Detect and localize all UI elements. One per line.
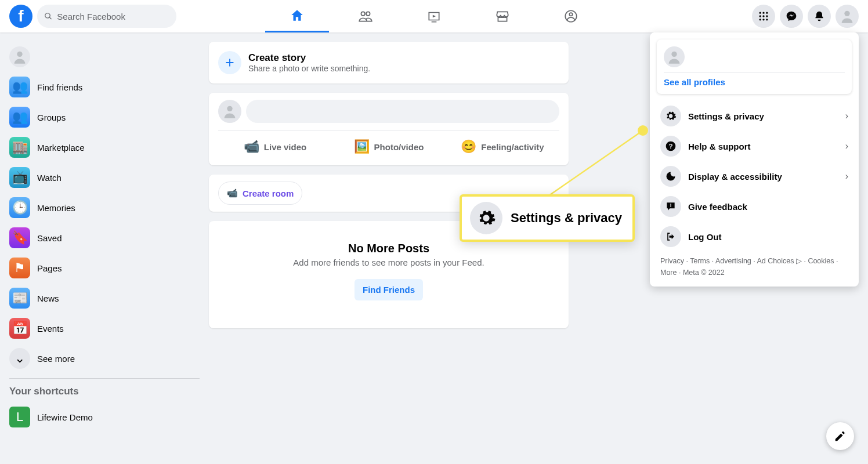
sidebar-item-pages[interactable]: ⚑Pages xyxy=(5,253,204,283)
see-all-profiles-link[interactable]: See all profiles xyxy=(664,77,845,87)
shortcut-item[interactable]: L Lifewire Demo xyxy=(5,402,204,432)
bell-icon xyxy=(813,10,825,22)
nav-marketplace[interactable] xyxy=(471,0,534,32)
top-bar: f xyxy=(0,0,868,32)
sidebar-profile-link[interactable] xyxy=(5,42,204,72)
nav-watch[interactable] xyxy=(402,0,466,32)
video-icon: 📹 xyxy=(244,139,259,154)
find-friends-button[interactable]: Find Friends xyxy=(355,279,423,300)
rail-label: Events xyxy=(37,324,64,334)
footer-advertising[interactable]: Advertising xyxy=(715,257,751,265)
rail-label: Find friends xyxy=(37,82,82,92)
annotation-label: Settings & privacy xyxy=(511,211,622,226)
sidebar-item-saved[interactable]: 🔖Saved xyxy=(5,223,204,253)
footer-meta: Meta © 2022 xyxy=(683,269,725,277)
rail-icon: ⚑ xyxy=(9,258,30,278)
feedback-icon: ! xyxy=(660,196,681,217)
svg-point-8 xyxy=(760,19,761,20)
avatar-icon xyxy=(9,46,30,67)
moon-icon xyxy=(660,166,681,187)
footer-privacy[interactable]: Privacy xyxy=(660,257,684,265)
dropdown-display-accessibility[interactable]: Display & accessibility› xyxy=(657,161,852,191)
dropdown-footer: Privacy · Terms · Advertising · Ad Choic… xyxy=(657,252,852,280)
footer-more[interactable]: More xyxy=(660,269,677,277)
footer-ad-choices[interactable]: Ad Choices xyxy=(757,257,794,265)
rail-icon: 👥 xyxy=(9,77,30,97)
account-avatar-button[interactable] xyxy=(836,5,859,28)
friends-icon xyxy=(358,9,373,24)
composer-input[interactable] xyxy=(246,100,559,123)
account-dropdown: See all profiles Settings & privacy›?Hel… xyxy=(650,32,859,287)
dropdown-profile-card[interactable]: See all profiles xyxy=(657,39,852,94)
gear-icon xyxy=(470,202,502,234)
footer-terms[interactable]: Terms xyxy=(690,257,710,265)
dropdown-item-label: Settings & privacy xyxy=(688,111,845,121)
dropdown-item-label: Give feedback xyxy=(688,202,848,212)
dropdown-give-feedback[interactable]: !Give feedback xyxy=(657,191,852,222)
sidebar-item-marketplace[interactable]: 🏬Marketplace xyxy=(5,132,204,162)
no-more-subtitle: Add more friends to see more posts in yo… xyxy=(223,258,555,267)
svg-point-2 xyxy=(760,12,761,14)
rail-icon: 🕒 xyxy=(9,197,30,218)
rail-label: Memories xyxy=(37,203,75,213)
chevron-right-icon: › xyxy=(845,111,848,121)
svg-point-9 xyxy=(762,19,764,20)
rail-label: Groups xyxy=(37,113,66,122)
menu-grid-button[interactable] xyxy=(752,5,775,28)
rail-label: Marketplace xyxy=(37,143,85,153)
sidebar-divider xyxy=(9,378,200,379)
nav-home[interactable] xyxy=(265,0,329,32)
help-icon: ? xyxy=(660,136,681,157)
create-room-button[interactable]: 📹 Create room xyxy=(218,182,302,205)
sidebar-item-find-friends[interactable]: 👥Find friends xyxy=(5,72,204,102)
dropdown-avatar xyxy=(664,46,685,67)
sidebar-item-memories[interactable]: 🕒Memories xyxy=(5,193,204,223)
svg-point-14 xyxy=(671,52,677,57)
shortcut-avatar: L xyxy=(9,407,30,427)
create-story-title: Create story xyxy=(248,52,370,64)
facebook-logo[interactable]: f xyxy=(9,5,32,28)
footer-cookies[interactable]: Cookies xyxy=(808,257,834,265)
nav-groups[interactable] xyxy=(539,0,603,32)
messenger-icon xyxy=(786,10,797,22)
rail-label: Watch xyxy=(37,173,62,183)
svg-point-11 xyxy=(844,11,849,16)
main-column: Create story Share a photo or write some… xyxy=(209,42,569,328)
rail-icon: 📰 xyxy=(9,288,30,309)
dropdown-settings-privacy[interactable]: Settings & privacy› xyxy=(657,101,852,131)
svg-point-4 xyxy=(766,12,768,14)
watch-icon xyxy=(426,9,442,24)
avatar-icon xyxy=(839,8,855,24)
svg-point-6 xyxy=(762,15,764,17)
live-video-button[interactable]: 📹Live video xyxy=(218,135,332,158)
notifications-button[interactable] xyxy=(808,5,831,28)
photo-video-button[interactable]: 🖼️Photo/video xyxy=(332,135,446,158)
rail-icon: 👥 xyxy=(9,107,30,128)
sidebar-item-events[interactable]: 📅Events xyxy=(5,313,204,343)
sidebar-item-watch[interactable]: 📺Watch xyxy=(5,162,204,193)
svg-point-1 xyxy=(569,13,572,16)
feeling-label: Feeling/activity xyxy=(481,142,544,152)
search-container[interactable] xyxy=(37,5,176,28)
no-more-title: No More Posts xyxy=(223,242,555,255)
top-right-icons xyxy=(752,5,859,28)
dropdown-log-out[interactable]: Log Out xyxy=(657,222,852,252)
search-input[interactable] xyxy=(57,12,169,21)
composer-avatar[interactable] xyxy=(218,100,241,123)
svg-text:!: ! xyxy=(670,202,671,208)
messenger-button[interactable] xyxy=(780,5,803,28)
feeling-activity-button[interactable]: 😊Feeling/activity xyxy=(446,135,559,158)
nav-friends[interactable] xyxy=(334,0,397,32)
sidebar-see-more[interactable]: ⌄ See more xyxy=(5,343,204,374)
dropdown-help-support[interactable]: ?Help & support› xyxy=(657,131,852,161)
sidebar-item-groups[interactable]: 👥Groups xyxy=(5,102,204,132)
edit-fab[interactable] xyxy=(826,422,854,450)
rail-icon: 📅 xyxy=(9,318,30,339)
svg-point-5 xyxy=(760,15,761,17)
create-story-card[interactable]: Create story Share a photo or write some… xyxy=(209,42,569,84)
home-icon xyxy=(290,8,305,23)
see-more-label: See more xyxy=(37,354,75,364)
chevron-right-icon: › xyxy=(845,141,848,151)
sidebar-item-news[interactable]: 📰News xyxy=(5,283,204,313)
search-icon xyxy=(44,12,52,21)
